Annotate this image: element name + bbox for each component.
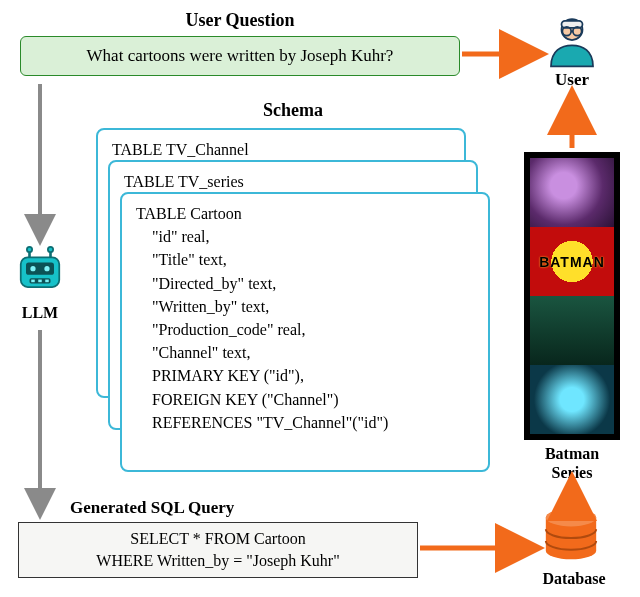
results-subtitle: Series xyxy=(520,463,624,482)
schema-card-title: TABLE TV_Channel xyxy=(112,138,450,161)
svg-point-9 xyxy=(27,247,32,252)
generated-sql-heading: Generated SQL Query xyxy=(70,498,370,518)
schema-col: "Production_code" real, xyxy=(136,318,474,341)
person-icon xyxy=(544,12,600,68)
schema-col: "id" real, xyxy=(136,225,474,248)
user-question-box: What cartoons were written by Joseph Kuh… xyxy=(20,36,460,76)
robot-icon xyxy=(12,245,68,301)
svg-point-2 xyxy=(30,266,35,271)
svg-rect-6 xyxy=(38,280,42,283)
svg-point-11 xyxy=(48,247,53,252)
schema-col: "Written_by" text, xyxy=(136,295,474,318)
schema-col: PRIMARY KEY ("id"), xyxy=(136,364,474,387)
schema-col: REFERENCES "TV_Channel"("id") xyxy=(136,411,474,434)
batman-logo-text: BATMAN xyxy=(539,254,605,270)
user-question-heading: User Question xyxy=(20,10,460,31)
database-icon xyxy=(540,508,602,564)
schema-heading: Schema xyxy=(118,100,468,121)
svg-point-3 xyxy=(44,266,49,271)
svg-point-18 xyxy=(546,509,596,526)
sql-line: WHERE Written_by = "Joseph Kuhr" xyxy=(96,550,339,572)
result-thumb xyxy=(524,296,620,365)
svg-rect-7 xyxy=(45,280,49,283)
result-thumb xyxy=(524,365,620,434)
results-title: Batman xyxy=(520,444,624,463)
schema-card-title: TABLE TV_series xyxy=(124,170,462,193)
schema-col: "Channel" text, xyxy=(136,341,474,364)
schema-col: "Directed_by" text, xyxy=(136,272,474,295)
svg-rect-1 xyxy=(26,263,54,275)
sql-box: SELECT * FROM Cartoon WHERE Written_by =… xyxy=(18,522,418,578)
results-film-strip: BATMAN xyxy=(524,152,620,440)
results-label: Batman Series xyxy=(520,444,624,482)
svg-rect-5 xyxy=(31,280,35,283)
schema-col: FOREIGN KEY ("Channel") xyxy=(136,388,474,411)
user-label: User xyxy=(530,70,614,90)
llm-label: LLM xyxy=(12,304,68,322)
schema-card-title: TABLE Cartoon xyxy=(136,202,474,225)
database-label: Database xyxy=(524,570,624,588)
schema-col: "Title" text, xyxy=(136,248,474,271)
schema-card-cartoon: TABLE Cartoon "id" real, "Title" text, "… xyxy=(120,192,490,472)
result-thumb-batman: BATMAN xyxy=(524,227,620,296)
sql-line: SELECT * FROM Cartoon xyxy=(130,528,305,550)
user-question-text: What cartoons were written by Joseph Kuh… xyxy=(87,46,394,66)
result-thumb xyxy=(524,158,620,227)
